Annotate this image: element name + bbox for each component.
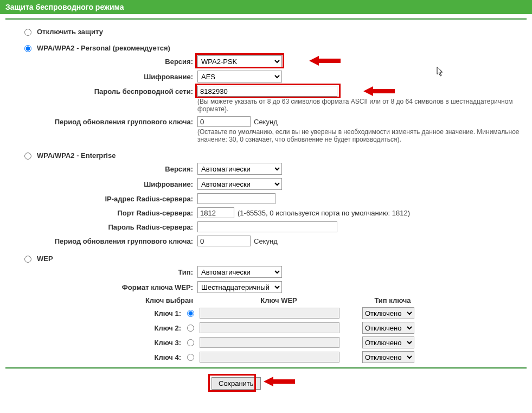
security-mode-wpa-personal-radio[interactable] [24, 45, 31, 52]
wep-key-type-select[interactable]: Отключено [362, 351, 414, 363]
wep-key-input[interactable] [200, 322, 339, 333]
wpa-personal-encryption-label: Шифрование: [5, 73, 197, 81]
wep-format-select[interactable]: Шестнадцатеричный [197, 281, 282, 293]
wep-col-type-header: Тип ключа [360, 296, 425, 304]
wep-key-input[interactable] [200, 352, 339, 363]
wpa-personal-groupkey-label: Период обновления группового ключа: [5, 118, 197, 126]
wep-type-label: Тип: [5, 268, 197, 276]
wpa-personal-groupkey-unit: Секунд [254, 118, 278, 126]
wep-key-select-radio[interactable] [187, 325, 194, 332]
wpa-ent-radius-ip-input[interactable] [197, 193, 275, 204]
wpa-ent-groupkey-label: Период обновления группового ключа: [5, 237, 197, 245]
wep-key-type-select[interactable]: Отключено [362, 322, 414, 334]
security-mode-wpa-enterprise-label: WPA/WPA2 - Enterprise [37, 151, 116, 160]
wep-key-input[interactable] [200, 308, 339, 319]
wpa-ent-radius-port-hint: (1-65535, 0 используется порта по умолча… [238, 209, 410, 217]
wep-key-label: Ключ 3: [5, 339, 184, 347]
security-mode-disable-label: Отключить защиту [37, 28, 103, 36]
security-mode-wep-radio[interactable] [24, 256, 31, 263]
arrow-icon [309, 54, 342, 67]
wpa-ent-radius-pw-label: Пароль Radius-сервера: [5, 223, 197, 231]
wpa-ent-version-label: Версия: [5, 165, 197, 173]
wpa-ent-radius-port-label: Порт Radius-сервера: [5, 209, 197, 217]
wpa-personal-password-hint: (Вы можете указать от 8 до 63 символов ф… [197, 98, 523, 113]
wpa-ent-radius-pw-input[interactable] [197, 221, 337, 232]
wpa-personal-encryption-select[interactable]: AES [197, 71, 282, 82]
wpa-personal-groupkey-input[interactable] [197, 116, 251, 127]
wep-key-label: Ключ 2: [5, 324, 184, 332]
wep-key-row: Ключ 4:Отключено [5, 351, 527, 363]
wep-key-row: Ключ 2:Отключено [5, 322, 527, 334]
wep-key-select-radio[interactable] [187, 310, 194, 317]
wep-type-select[interactable]: Автоматически [197, 266, 282, 278]
wep-key-select-radio[interactable] [187, 354, 194, 361]
wpa-personal-password-input[interactable] [197, 86, 337, 97]
divider-top [5, 18, 527, 20]
wpa-ent-radius-port-input[interactable] [197, 207, 234, 218]
arrow-icon [264, 375, 296, 388]
wep-key-row: Ключ 1:Отключено [5, 307, 527, 319]
divider-bottom [5, 367, 527, 368]
wep-col-selected-header: Ключ выбран [5, 296, 197, 304]
wep-key-row: Ключ 3:Отключено [5, 336, 527, 348]
wep-key-type-select[interactable]: Отключено [362, 307, 414, 319]
arrow-icon [363, 85, 396, 98]
wep-format-label: Формат ключа WEP: [5, 283, 197, 291]
wep-key-input[interactable] [200, 337, 339, 348]
svg-marker-1 [363, 86, 395, 96]
wep-key-select-radio[interactable] [187, 339, 194, 346]
wpa-ent-groupkey-unit: Секунд [254, 237, 278, 245]
wep-key-label: Ключ 4: [5, 353, 184, 361]
wpa-ent-encryption-label: Шифрование: [5, 180, 197, 188]
wpa-ent-radius-ip-label: IP-адрес Radius-сервера: [5, 195, 197, 203]
wpa-personal-password-label: Пароль беспроводной сети: [5, 87, 197, 96]
wpa-personal-version-label: Версия: [5, 58, 197, 66]
page-title-bar: Защита беспроводного режима [0, 0, 532, 14]
security-mode-disable-radio[interactable] [24, 29, 31, 36]
svg-marker-0 [309, 56, 341, 66]
wep-key-label: Ключ 1: [5, 309, 184, 317]
security-mode-wpa-enterprise-radio[interactable] [24, 153, 31, 160]
wpa-ent-encryption-select[interactable]: Автоматически [197, 178, 282, 190]
security-mode-wep-label: WEP [37, 255, 53, 263]
wep-key-type-select[interactable]: Отключено [362, 336, 414, 348]
wpa-personal-version-select[interactable]: WPA2-PSK [197, 55, 282, 67]
wep-col-key-header: Ключ WEP [197, 296, 360, 304]
svg-marker-2 [264, 377, 295, 386]
wpa-ent-version-select[interactable]: Автоматически [197, 163, 282, 175]
page-title: Защита беспроводного режима [5, 3, 124, 11]
save-button[interactable]: Сохранить [211, 377, 261, 390]
wpa-personal-groupkey-hint: (Оставьте по умолчанию, если вы не увере… [197, 128, 523, 143]
wpa-ent-groupkey-input[interactable] [197, 236, 251, 246]
security-mode-wpa-personal-label: WPA/WPA2 - Personal (рекомендуется) [37, 44, 170, 52]
